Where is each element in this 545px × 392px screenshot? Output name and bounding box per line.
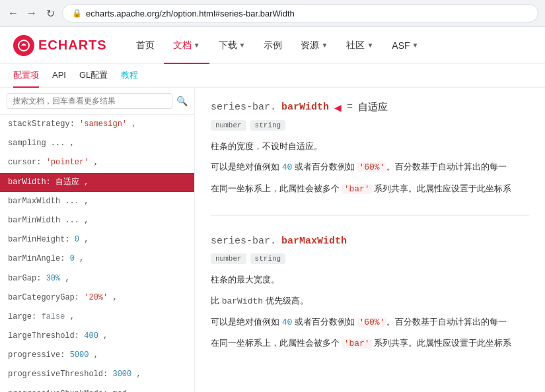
sub-nav-api[interactable]: API	[52, 64, 66, 88]
sub-nav-gl-label: GL配置	[79, 69, 108, 81]
resources-dropdown-arrow: ▼	[321, 42, 328, 49]
api-namespace-barwidth: series-bar.	[211, 102, 276, 113]
inline-barwidth-ref: barWidth	[222, 296, 263, 306]
inline-num-40-2: 40	[282, 317, 293, 327]
sidebar-item-progressivethreshold[interactable]: progressiveThreshold: 3000 ,	[0, 365, 194, 384]
api-signature-barmaxwidth: series-bar. barMaxWidth	[211, 236, 529, 247]
sidebar-item-cursor[interactable]: cursor: 'pointer' ,	[0, 153, 194, 172]
api-desc-barmaxwidth-1: 柱条的最大宽度。	[211, 272, 529, 287]
logo-text: ECHARTS	[38, 38, 107, 53]
api-entry-barwidth: series-bar. barWidth ◀ = 自适应 number stri…	[211, 101, 529, 216]
inline-str-60-2: '60%'	[357, 317, 386, 327]
sidebar-item-bargap[interactable]: barGap: 30% ,	[0, 269, 194, 288]
reload-button[interactable]: ↻	[44, 7, 57, 20]
sub-nav-tutorial[interactable]: 教程	[121, 64, 138, 88]
address-text: echarts.apache.org/zh/option.html#series…	[86, 9, 295, 18]
nav-item-examples[interactable]: 示例	[254, 27, 291, 64]
sidebar-item-text: barGap: 30% ,	[8, 274, 70, 283]
api-name-barwidth: barWidth	[281, 102, 329, 113]
sidebar-item-text: progressiveThreshold: 3000 ,	[8, 370, 141, 379]
lock-icon: 🔒	[72, 9, 82, 18]
sub-nav: 配置项 API GL配置 教程	[0, 64, 545, 88]
download-dropdown-arrow: ▼	[239, 42, 246, 49]
asf-dropdown-arrow: ▼	[412, 42, 419, 49]
nav-item-home[interactable]: 首页	[127, 27, 164, 64]
back-button[interactable]: ←	[7, 7, 20, 20]
type-badge-number-2: number	[211, 253, 246, 264]
api-desc-barmaxwidth-3: 可以是绝对值例如 40 或者百分数例如 '60%'。百分数基于自动计算出的每一	[211, 314, 529, 330]
api-desc-barmaxwidth-2: 比 barWidth 优先级高。	[211, 293, 529, 309]
sidebar-item-barminangle[interactable]: barMinAngle: 0 ,	[0, 249, 194, 269]
search-button[interactable]: 🔍	[176, 96, 188, 106]
community-dropdown-arrow: ▼	[367, 42, 373, 49]
site-header: ECHARTS 首页 文档 ▼ 下载 ▼ 示例 资源 ▼ 社区 ▼ ASF ▼	[0, 27, 545, 64]
nav-item-resources[interactable]: 资源 ▼	[291, 27, 337, 64]
sidebar-item-text: largeThreshold: 400 ,	[8, 331, 108, 341]
sidebar-item-barmaxwidth[interactable]: barMaxWidth ... ,	[0, 192, 194, 211]
sidebar-item-text: barMaxWidth ... ,	[8, 197, 89, 206]
sidebar-item-barminheight[interactable]: barMinHeight: 0 ,	[0, 230, 194, 249]
inline-str-bar-2: 'bar'	[342, 339, 372, 348]
sidebar-item-stackstrategy[interactable]: stackStrategy: 'samesign' ,	[0, 115, 194, 134]
sidebar: 🔍 stackStrategy: 'samesign' , sampling .…	[0, 88, 195, 392]
sidebar-item-text: progressiveChunkMode: mod ,	[8, 389, 136, 392]
sidebar-item-text: barWidth: 自适应 ,	[8, 178, 89, 187]
type-badges-barmaxwidth: number string	[211, 253, 529, 264]
logo-icon	[13, 35, 34, 56]
browser-toolbar: ← → ↻ 🔒 echarts.apache.org/zh/option.htm…	[0, 0, 545, 26]
forward-button[interactable]: →	[25, 7, 38, 20]
type-badge-string: string	[250, 120, 286, 131]
address-bar[interactable]: 🔒 echarts.apache.org/zh/option.html#seri…	[62, 4, 538, 22]
search-input[interactable]	[7, 93, 172, 109]
nav-item-download[interactable]: 下载 ▼	[209, 27, 255, 64]
sub-nav-config-label: 配置项	[13, 69, 39, 81]
sidebar-item-sampling[interactable]: sampling ... ,	[0, 134, 194, 153]
api-default-barwidth: 自适应	[358, 101, 388, 114]
sidebar-item-text: barCategoryGap: '20%' ,	[8, 293, 118, 302]
main-nav: 首页 文档 ▼ 下载 ▼ 示例 资源 ▼ 社区 ▼ ASF ▼	[127, 27, 428, 64]
inline-str-60: '60%'	[357, 162, 386, 172]
nav-item-docs[interactable]: 文档 ▼	[164, 27, 209, 64]
nav-label-docs: 文档	[173, 40, 192, 51]
api-desc-barmaxwidth-4: 在同一坐标系上，此属性会被多个 'bar' 系列共享。此属性应设置于此坐标系	[211, 335, 529, 351]
sidebar-item-large[interactable]: large: false ,	[0, 308, 194, 327]
api-desc-barwidth-2: 可以是绝对值例如 40 或者百分数例如 '60%'。百分数基于自动计算出的每一	[211, 159, 529, 175]
sub-nav-gl[interactable]: GL配置	[79, 64, 108, 88]
sidebar-item-largethreshold[interactable]: largeThreshold: 400 ,	[0, 327, 194, 346]
nav-label-resources: 资源	[301, 40, 319, 51]
api-signature-barwidth: series-bar. barWidth ◀ = 自适应	[211, 101, 529, 114]
api-arrow-barwidth: ◀	[334, 102, 342, 113]
sidebar-item-text: sampling ... ,	[8, 139, 75, 148]
inline-num-40: 40	[282, 162, 293, 172]
content-area: series-bar. barWidth ◀ = 自适应 number stri…	[195, 88, 545, 392]
nav-label-asf: ASF	[392, 40, 410, 51]
type-badges-barwidth: number string	[211, 120, 529, 131]
logo-area: ECHARTS	[13, 35, 107, 56]
sidebar-item-progressive[interactable]: progressive: 5000 ,	[0, 346, 194, 365]
api-desc-barwidth-3: 在同一坐标系上，此属性会被多个 'bar' 系列共享。此属性应设置于此坐标系	[211, 181, 529, 197]
sidebar-item-text: progressive: 5000 ,	[8, 350, 98, 360]
sidebar-item-barminwidth[interactable]: barMinWidth ... ,	[0, 211, 194, 230]
sub-nav-tutorial-label: 教程	[121, 69, 138, 81]
nav-item-asf[interactable]: ASF ▼	[382, 27, 427, 64]
sidebar-item-text: barMinWidth ... ,	[8, 216, 89, 225]
type-badge-string-2: string	[250, 253, 286, 264]
nav-label-download: 下载	[219, 40, 237, 51]
nav-item-community[interactable]: 社区 ▼	[337, 27, 382, 64]
type-badge-number: number	[211, 120, 246, 131]
sidebar-item-text: cursor: 'pointer' ,	[8, 158, 98, 167]
sidebar-item-text: barMinAngle: 0 ,	[8, 254, 84, 263]
sidebar-item-text: stackStrategy: 'samesign' ,	[8, 119, 136, 129]
sidebar-item-barwidth[interactable]: barWidth: 自适应 ,	[0, 173, 194, 192]
browser-chrome: ← → ↻ 🔒 echarts.apache.org/zh/option.htm…	[0, 0, 545, 27]
sidebar-item-progressivechunkmode[interactable]: progressiveChunkMode: mod ,	[0, 385, 194, 392]
nav-label-community: 社区	[346, 40, 365, 51]
api-entry-barmaxwidth: series-bar. barMaxWidth number string 柱条…	[211, 236, 529, 370]
inline-str-bar-1: 'bar'	[342, 184, 372, 194]
docs-dropdown-arrow: ▼	[194, 42, 200, 49]
sidebar-item-text: large: false ,	[8, 312, 75, 321]
sub-nav-config[interactable]: 配置项	[13, 64, 39, 88]
api-desc-barwidth-1: 柱条的宽度，不设时自适应。	[211, 139, 529, 154]
sidebar-item-barcategorygap[interactable]: barCategoryGap: '20%' ,	[0, 288, 194, 308]
nav-label-examples: 示例	[264, 40, 282, 51]
